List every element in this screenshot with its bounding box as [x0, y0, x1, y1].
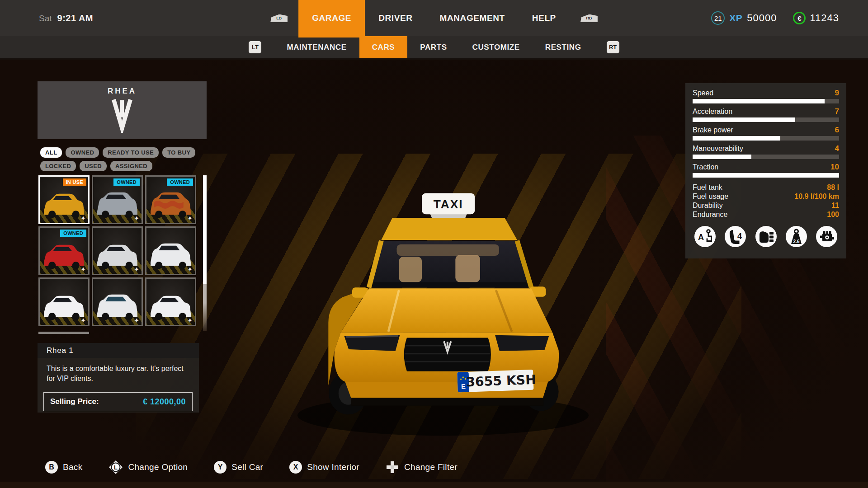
- stat-maneuverability: Maneuverability4: [693, 144, 839, 159]
- tab-parts[interactable]: PARTS: [407, 36, 459, 58]
- status-badge: OWNED: [167, 178, 193, 186]
- selling-price-box: Selling Price: € 12000,00: [43, 392, 193, 411]
- sparkle-icon: ✦: [80, 317, 86, 324]
- car-tile-3[interactable]: OWNED ✦: [145, 175, 196, 224]
- filter-ready-to-use[interactable]: READY TO USE: [103, 147, 159, 158]
- detail-value: 88 l: [827, 183, 839, 192]
- trunk-capacity-icon: [755, 226, 777, 247]
- detail-endurance: Endurance100: [693, 211, 839, 219]
- detail-label: Fuel tank: [693, 183, 722, 192]
- action-change-filter[interactable]: Change Filter: [386, 460, 458, 474]
- stat-bar: [693, 136, 839, 141]
- detail-value: 100: [827, 211, 839, 219]
- action-label: Change Filter: [404, 462, 458, 472]
- car-tile-6[interactable]: ✦: [145, 226, 196, 275]
- sparkle-icon: ✦: [134, 317, 139, 324]
- tab-maintenance[interactable]: MAINTENANCE: [274, 36, 359, 58]
- status-badge: OWNED: [60, 230, 86, 237]
- stat-brake-power: Brake power6: [693, 126, 839, 141]
- action-back[interactable]: B Back: [45, 461, 82, 474]
- car-thumbnail: [148, 290, 193, 323]
- main-nav: LB GARAGE DRIVER MANAGEMENT HELP RB: [259, 0, 609, 36]
- sparkle-icon: ✦: [134, 266, 139, 273]
- stat-label: Acceleration: [693, 108, 732, 116]
- stat-label: Maneuverability: [693, 145, 743, 153]
- tab-garage[interactable]: GARAGE: [298, 0, 365, 38]
- engine-icon: [816, 226, 837, 247]
- car-tile-2[interactable]: OWNED ✦: [92, 175, 143, 224]
- selling-price-label: Selling Price:: [50, 397, 99, 406]
- filter-locked[interactable]: LOCKED: [40, 161, 76, 171]
- money-value: 11243: [810, 12, 839, 24]
- action-label: Sell Car: [231, 462, 263, 472]
- stat-speed: Speed9: [693, 89, 839, 103]
- svg-text:E: E: [461, 383, 466, 390]
- seats-icon: 4: [725, 226, 746, 247]
- time-label: 9:21 AM: [57, 13, 93, 23]
- car-thumbnail: [94, 290, 140, 323]
- stat-bar: [693, 155, 839, 159]
- tab-help[interactable]: HELP: [519, 0, 570, 36]
- dpad-icon: [386, 460, 399, 474]
- filter-assigned[interactable]: ASSIGNED: [110, 161, 152, 171]
- tab-resting[interactable]: RESTING: [533, 36, 594, 58]
- car-grid: IN USE ✦ OWNED ✦ OWNED ✦ OWNED ✦ ✦ ✦ ✦ ✦: [38, 175, 196, 326]
- svg-text:4: 4: [737, 232, 742, 241]
- stat-value: 4: [835, 144, 839, 153]
- lt-trigger-icon[interactable]: LT: [249, 41, 261, 53]
- garage-sub-nav: LT MAINTENANCE CARS PARTS CUSTOMIZE REST…: [0, 36, 868, 60]
- action-sell-car[interactable]: Y Sell Car: [214, 461, 263, 474]
- car-tile-9[interactable]: ✦: [145, 277, 196, 326]
- car-thumbnail: [41, 188, 87, 221]
- filter-used[interactable]: USED: [80, 161, 107, 171]
- lb-bumper-icon[interactable]: LB: [270, 14, 288, 22]
- grid-scrollbar[interactable]: [203, 175, 207, 331]
- detail-label: Endurance: [693, 211, 727, 219]
- svg-text:A: A: [698, 233, 704, 242]
- stats-panel: Speed9 Acceleration7 Brake power6 Maneuv…: [685, 83, 846, 258]
- rt-trigger-icon[interactable]: RT: [607, 41, 619, 53]
- car-tile-4[interactable]: OWNED ✦: [38, 226, 90, 275]
- filter-all[interactable]: ALL: [40, 147, 62, 158]
- weight-tons-icon: 2.6: [786, 226, 807, 247]
- tab-cars[interactable]: CARS: [359, 36, 408, 58]
- filter-owned[interactable]: OWNED: [66, 147, 99, 158]
- car-thumbnail: [94, 239, 140, 272]
- player-status: 21 XP 50000 € 11243: [711, 11, 839, 25]
- hero-taxi-car[interactable]: TAXI E 3655 KSH: [264, 112, 622, 438]
- detail-value: 10.9 l/100 km: [794, 192, 839, 201]
- action-label: Show Interior: [307, 462, 359, 472]
- detail-value: 11: [831, 202, 839, 210]
- detail-label: Durability: [693, 202, 723, 210]
- detail-durability: Durability11: [693, 202, 839, 210]
- stat-label: Traction: [693, 163, 718, 171]
- y-button-icon: Y: [214, 461, 226, 474]
- car-tile-5[interactable]: ✦: [92, 226, 143, 275]
- car-thumbnail: [41, 290, 87, 323]
- sparkle-icon: ✦: [80, 215, 86, 222]
- sparkle-icon: ✦: [187, 317, 193, 324]
- tab-driver[interactable]: DRIVER: [365, 0, 426, 36]
- action-show-interior[interactable]: X Show Interior: [289, 461, 359, 474]
- sparkle-icon: ✦: [187, 215, 193, 222]
- detail-label: Fuel usage: [693, 192, 728, 201]
- stat-value: 6: [835, 126, 839, 135]
- status-badge: OWNED: [113, 178, 140, 186]
- stat-bar: [693, 117, 839, 122]
- filter-to-buy[interactable]: TO BUY: [162, 147, 195, 158]
- rb-bumper-icon[interactable]: RB: [580, 14, 598, 22]
- selling-price-value: € 12000,00: [143, 397, 186, 407]
- car-thumbnail: [148, 239, 193, 272]
- action-change-option[interactable]: L Change Option: [108, 460, 188, 474]
- car-thumbnail: [94, 188, 140, 221]
- transmission-automatic-icon: A: [694, 226, 716, 247]
- top-bar: Sat 9:21 AM LB GARAGE DRIVER MANAGEMENT …: [0, 0, 868, 36]
- car-tile-8[interactable]: ✦: [92, 277, 143, 326]
- tab-customize[interactable]: CUSTOMIZE: [460, 36, 533, 58]
- car-tile-1[interactable]: IN USE ✦: [38, 175, 90, 224]
- tab-management[interactable]: MANAGEMENT: [426, 0, 519, 36]
- stat-traction: Traction10: [693, 163, 839, 178]
- status-badge: IN USE: [63, 178, 86, 186]
- car-details: Fuel tank88 l Fuel usage10.9 l/100 km Du…: [693, 183, 839, 219]
- car-tile-7[interactable]: ✦: [38, 277, 90, 326]
